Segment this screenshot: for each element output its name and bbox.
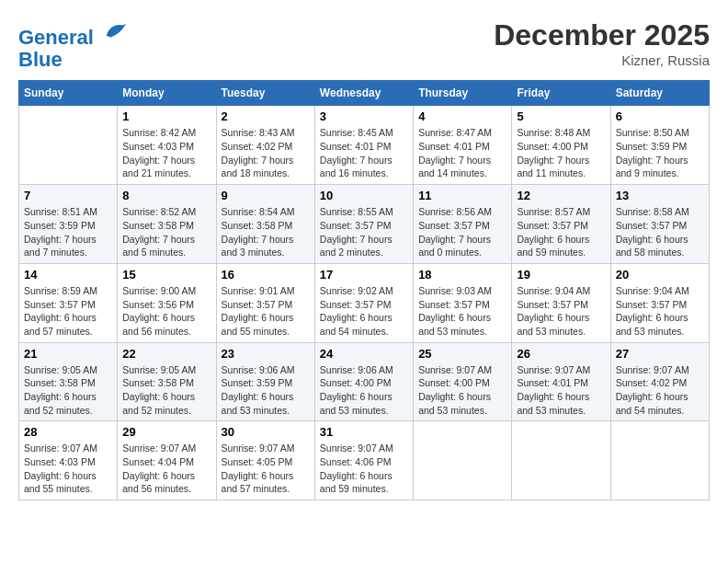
calendar-week-1: 7Sunrise: 8:51 AM Sunset: 3:59 PM Daylig…: [19, 185, 710, 264]
day-content: Sunrise: 9:05 AM Sunset: 3:58 PM Dayligh…: [24, 363, 112, 418]
calendar-week-4: 28Sunrise: 9:07 AM Sunset: 4:03 PM Dayli…: [19, 421, 710, 500]
day-number: 21: [24, 347, 112, 361]
day-content: Sunrise: 8:57 AM Sunset: 3:57 PM Dayligh…: [517, 205, 605, 259]
day-content: Sunrise: 9:07 AM Sunset: 4:04 PM Dayligh…: [122, 442, 210, 496]
calendar-week-0: 1Sunrise: 8:42 AM Sunset: 4:03 PM Daylig…: [19, 106, 710, 185]
day-content: Sunrise: 9:07 AM Sunset: 4:00 PM Dayligh…: [418, 363, 506, 418]
calendar-table: SundayMondayTuesdayWednesdayThursdayFrid…: [18, 80, 710, 500]
calendar-header-row: SundayMondayTuesdayWednesdayThursdayFrid…: [19, 81, 710, 106]
day-number: 25: [418, 347, 506, 361]
calendar-cell: 1Sunrise: 8:42 AM Sunset: 4:03 PM Daylig…: [118, 106, 216, 185]
day-content: Sunrise: 8:45 AM Sunset: 4:01 PM Dayligh…: [320, 126, 408, 180]
day-number: 17: [320, 268, 408, 282]
day-number: 29: [122, 425, 210, 439]
day-number: 20: [616, 268, 704, 282]
day-content: Sunrise: 9:07 AM Sunset: 4:01 PM Dayligh…: [517, 363, 605, 418]
day-number: 13: [616, 189, 704, 202]
day-content: Sunrise: 9:01 AM Sunset: 3:57 PM Dayligh…: [222, 284, 310, 339]
day-content: Sunrise: 9:07 AM Sunset: 4:03 PM Dayligh…: [24, 442, 112, 496]
calendar-cell: 9Sunrise: 8:54 AM Sunset: 3:58 PM Daylig…: [216, 185, 314, 264]
calendar-cell: 17Sunrise: 9:02 AM Sunset: 3:57 PM Dayli…: [314, 263, 413, 342]
calendar-week-3: 21Sunrise: 9:05 AM Sunset: 3:58 PM Dayli…: [19, 342, 710, 421]
column-header-saturday: Saturday: [610, 81, 709, 106]
calendar-cell: 8Sunrise: 8:52 AM Sunset: 3:58 PM Daylig…: [118, 185, 216, 264]
day-number: 5: [517, 109, 605, 123]
day-number: 15: [122, 268, 210, 282]
calendar-cell: 12Sunrise: 8:57 AM Sunset: 3:57 PM Dayli…: [512, 185, 610, 264]
calendar-cell: 14Sunrise: 8:59 AM Sunset: 3:57 PM Dayli…: [19, 263, 118, 342]
month-year-title: December 2025: [494, 18, 710, 52]
day-content: Sunrise: 8:55 AM Sunset: 3:57 PM Dayligh…: [320, 205, 408, 259]
logo: General Blue: [18, 18, 128, 71]
column-header-wednesday: Wednesday: [314, 81, 413, 106]
calendar-cell: [19, 106, 118, 185]
calendar-cell: 4Sunrise: 8:47 AM Sunset: 4:01 PM Daylig…: [414, 106, 512, 185]
day-number: 16: [222, 268, 310, 282]
calendar-cell: 30Sunrise: 9:07 AM Sunset: 4:05 PM Dayli…: [216, 421, 314, 500]
calendar-cell: [414, 421, 512, 500]
calendar-cell: 29Sunrise: 9:07 AM Sunset: 4:04 PM Dayli…: [118, 421, 216, 500]
logo-bird-icon: [102, 18, 128, 44]
day-number: 31: [320, 425, 408, 439]
day-number: 7: [24, 189, 112, 202]
calendar-cell: 13Sunrise: 8:58 AM Sunset: 3:57 PM Dayli…: [610, 185, 709, 264]
day-content: Sunrise: 8:54 AM Sunset: 3:58 PM Dayligh…: [222, 205, 310, 259]
day-number: 2: [222, 109, 310, 123]
calendar-cell: 26Sunrise: 9:07 AM Sunset: 4:01 PM Dayli…: [512, 342, 610, 421]
calendar-cell: 10Sunrise: 8:55 AM Sunset: 3:57 PM Dayli…: [314, 185, 413, 264]
logo-general: General: [18, 26, 94, 49]
calendar-cell: 7Sunrise: 8:51 AM Sunset: 3:59 PM Daylig…: [19, 185, 118, 264]
day-content: Sunrise: 8:48 AM Sunset: 4:00 PM Dayligh…: [517, 126, 605, 180]
day-content: Sunrise: 8:56 AM Sunset: 3:57 PM Dayligh…: [418, 205, 506, 259]
day-number: 10: [320, 189, 408, 202]
calendar-cell: 6Sunrise: 8:50 AM Sunset: 3:59 PM Daylig…: [610, 106, 709, 185]
day-content: Sunrise: 8:50 AM Sunset: 3:59 PM Dayligh…: [616, 126, 704, 180]
day-content: Sunrise: 9:03 AM Sunset: 3:57 PM Dayligh…: [418, 284, 506, 339]
page-header: General Blue December 2025 Kizner, Russi…: [18, 18, 710, 71]
day-number: 18: [418, 268, 506, 282]
day-number: 26: [517, 347, 605, 361]
day-number: 3: [320, 109, 408, 123]
calendar-cell: 23Sunrise: 9:06 AM Sunset: 3:59 PM Dayli…: [216, 342, 314, 421]
calendar-cell: 19Sunrise: 9:04 AM Sunset: 3:57 PM Dayli…: [512, 263, 610, 342]
calendar-cell: 28Sunrise: 9:07 AM Sunset: 4:03 PM Dayli…: [19, 421, 118, 500]
day-content: Sunrise: 8:59 AM Sunset: 3:57 PM Dayligh…: [24, 284, 112, 339]
day-content: Sunrise: 9:06 AM Sunset: 4:00 PM Dayligh…: [320, 363, 408, 418]
column-header-monday: Monday: [118, 81, 216, 106]
day-content: Sunrise: 8:43 AM Sunset: 4:02 PM Dayligh…: [222, 126, 310, 180]
logo-blue: Blue: [18, 48, 63, 71]
day-number: 24: [320, 347, 408, 361]
calendar-cell: [512, 421, 610, 500]
column-header-sunday: Sunday: [19, 81, 118, 106]
calendar-cell: 21Sunrise: 9:05 AM Sunset: 3:58 PM Dayli…: [19, 342, 118, 421]
calendar-week-2: 14Sunrise: 8:59 AM Sunset: 3:57 PM Dayli…: [19, 263, 710, 342]
day-number: 11: [418, 189, 506, 202]
day-number: 6: [616, 109, 704, 123]
day-content: Sunrise: 9:07 AM Sunset: 4:02 PM Dayligh…: [616, 363, 704, 418]
day-number: 30: [222, 425, 310, 439]
calendar-cell: 11Sunrise: 8:56 AM Sunset: 3:57 PM Dayli…: [414, 185, 512, 264]
calendar-cell: 24Sunrise: 9:06 AM Sunset: 4:00 PM Dayli…: [314, 342, 413, 421]
day-content: Sunrise: 8:52 AM Sunset: 3:58 PM Dayligh…: [122, 205, 210, 259]
calendar-cell: 20Sunrise: 9:04 AM Sunset: 3:57 PM Dayli…: [610, 263, 709, 342]
calendar-cell: 2Sunrise: 8:43 AM Sunset: 4:02 PM Daylig…: [216, 106, 314, 185]
day-content: Sunrise: 9:02 AM Sunset: 3:57 PM Dayligh…: [320, 284, 408, 339]
day-number: 22: [122, 347, 210, 361]
calendar-cell: 25Sunrise: 9:07 AM Sunset: 4:00 PM Dayli…: [414, 342, 512, 421]
day-content: Sunrise: 9:04 AM Sunset: 3:57 PM Dayligh…: [517, 284, 605, 339]
day-number: 1: [122, 109, 210, 123]
day-content: Sunrise: 9:07 AM Sunset: 4:06 PM Dayligh…: [320, 442, 408, 496]
day-number: 28: [24, 425, 112, 439]
column-header-tuesday: Tuesday: [216, 81, 314, 106]
title-block: December 2025 Kizner, Russia: [494, 18, 710, 68]
day-content: Sunrise: 9:06 AM Sunset: 3:59 PM Dayligh…: [222, 363, 310, 418]
calendar-cell: 16Sunrise: 9:01 AM Sunset: 3:57 PM Dayli…: [216, 263, 314, 342]
calendar-cell: 5Sunrise: 8:48 AM Sunset: 4:00 PM Daylig…: [512, 106, 610, 185]
day-number: 27: [616, 347, 704, 361]
calendar-cell: 15Sunrise: 9:00 AM Sunset: 3:56 PM Dayli…: [118, 263, 216, 342]
day-number: 23: [222, 347, 310, 361]
day-number: 12: [517, 189, 605, 202]
calendar-cell: 31Sunrise: 9:07 AM Sunset: 4:06 PM Dayli…: [314, 421, 413, 500]
day-content: Sunrise: 9:05 AM Sunset: 3:58 PM Dayligh…: [122, 363, 210, 418]
column-header-thursday: Thursday: [414, 81, 512, 106]
